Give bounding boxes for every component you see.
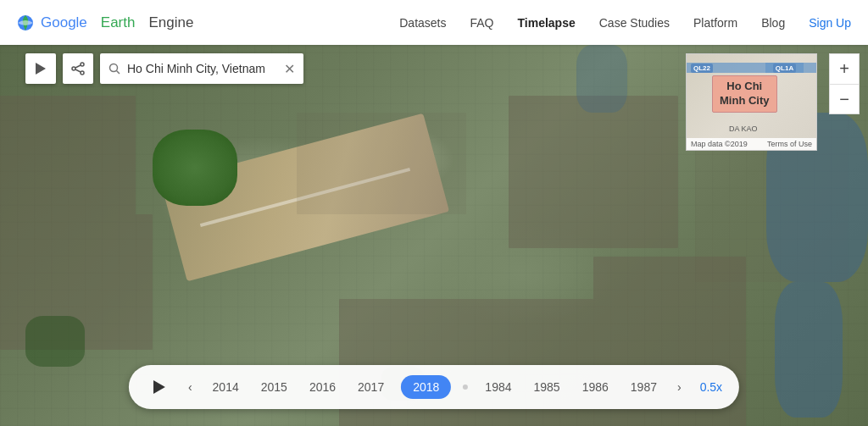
zoom-out-button[interactable]: −: [829, 84, 860, 114]
mini-map-city-label: Ho ChiMinh City: [712, 75, 777, 113]
search-field-container: ✕: [100, 53, 303, 84]
logo-google-text: Google: [41, 14, 87, 31]
timeline-year-2016[interactable]: 2016: [304, 377, 341, 397]
header: Google Earth Engine Datasets FAQ Timelap…: [0, 0, 868, 45]
mini-map-terms[interactable]: Terms of Use: [767, 140, 812, 148]
timeline-year-active[interactable]: 2018: [401, 375, 451, 399]
timeline-year-2017[interactable]: 2017: [353, 377, 389, 397]
svg-line-5: [75, 65, 81, 68]
mini-map[interactable]: QL22 QL1A Ho ChiMinh City DA KAO Map dat…: [686, 53, 817, 151]
river-feature: [775, 282, 843, 418]
svg-point-2: [81, 63, 84, 66]
nav-datasets[interactable]: Datasets: [399, 16, 446, 30]
svg-line-8: [117, 71, 120, 75]
logo-earth-text: Earth: [101, 14, 136, 31]
zoom-in-button[interactable]: +: [829, 53, 860, 84]
mini-road-ql1a-label: QL1A: [773, 64, 796, 73]
svg-line-6: [75, 69, 81, 72]
timeline-year-1985[interactable]: 1985: [529, 377, 565, 397]
search-icon: [108, 63, 120, 75]
nav-platform[interactable]: Platform: [693, 16, 737, 30]
play-button-top[interactable]: [25, 53, 56, 84]
svg-marker-9: [153, 380, 165, 394]
nav-blog[interactable]: Blog: [761, 16, 785, 30]
mini-map-footer: Map data ©2019 Terms of Use: [687, 138, 816, 150]
timeline-year-1984[interactable]: 1984: [480, 377, 516, 397]
city-block: [0, 96, 136, 214]
green-patch: [25, 316, 85, 367]
clear-search-button[interactable]: ✕: [284, 61, 295, 77]
nav-faq[interactable]: FAQ: [470, 16, 494, 30]
mini-map-district: DA KAO: [729, 124, 758, 133]
city-block: [509, 96, 678, 248]
timeline-year-2015[interactable]: 2015: [256, 377, 292, 397]
water-feature: [576, 45, 627, 113]
timeline-year-1987[interactable]: 1987: [626, 377, 662, 397]
timeline-play-button[interactable]: [146, 373, 173, 401]
google-earth-icon: [17, 14, 34, 31]
play-icon: [36, 63, 46, 75]
search-input[interactable]: [127, 62, 277, 75]
timeline-next-button[interactable]: ›: [674, 379, 685, 396]
svg-point-4: [81, 71, 84, 75]
mini-road-ql1a: QL1A: [765, 63, 804, 73]
zoom-controls: + −: [829, 53, 860, 114]
nav-timelapse[interactable]: Timelapse: [518, 16, 576, 30]
city-block: [297, 113, 466, 214]
share-button[interactable]: [63, 53, 93, 84]
navigation: Datasets FAQ Timelapse Case Studies Plat…: [399, 16, 851, 30]
timeline-prev-button[interactable]: ‹: [185, 379, 196, 396]
search-bar: ✕: [25, 53, 303, 84]
logo: Google Earth Engine: [17, 14, 193, 31]
park-feature: [153, 130, 237, 206]
svg-point-3: [72, 67, 75, 70]
timeline-year-1986[interactable]: 1986: [577, 377, 614, 397]
svg-marker-1: [36, 63, 46, 75]
timeline-bar: ‹ 2014 2015 2016 2017 2018 1984 1985 198…: [129, 365, 739, 409]
nav-case-studies[interactable]: Case Studies: [599, 16, 670, 30]
logo-engine-text: Engine: [148, 14, 193, 31]
mini-map-city-name: Ho ChiMinh City: [720, 80, 770, 108]
mini-road-ql22-label: QL22: [691, 64, 713, 73]
timeline-speed[interactable]: 0.5x: [700, 380, 722, 394]
mini-map-data-credit: Map data ©2019: [691, 140, 748, 148]
timeline-play-icon: [153, 380, 165, 394]
share-icon: [71, 62, 85, 75]
mini-map-inner: QL22 QL1A Ho ChiMinh City DA KAO Map dat…: [687, 54, 816, 150]
timeline-separator-dot: [463, 385, 468, 390]
svg-point-7: [110, 64, 118, 72]
nav-signup[interactable]: Sign Up: [809, 16, 851, 30]
timeline-year-2014[interactable]: 2014: [208, 377, 244, 397]
